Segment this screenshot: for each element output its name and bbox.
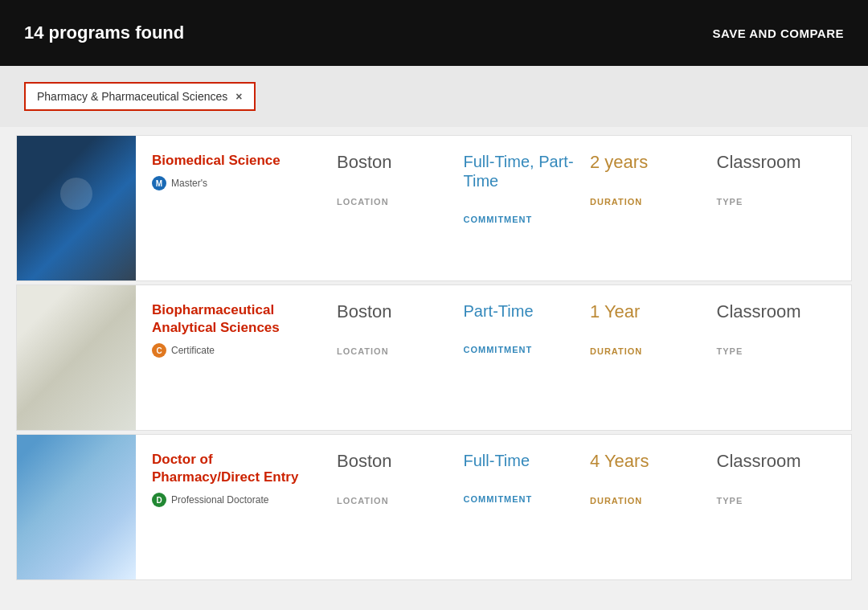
filter-close-button[interactable]: ×: [235, 90, 242, 103]
degree-label: Certificate: [171, 345, 215, 356]
type-value: Classroom: [717, 301, 801, 322]
location-label: LOCATION: [337, 197, 389, 207]
stat-commitment: Part-Time COMMITMENT: [456, 301, 583, 354]
program-title[interactable]: Doctor of Pharmacy/Direct Entry: [152, 451, 313, 486]
type-label: TYPE: [717, 496, 743, 506]
program-title-section: Biopharmaceutical Analytical Sciences C …: [152, 301, 329, 358]
program-content: Doctor of Pharmacy/Direct Entry D Profes…: [136, 435, 851, 579]
stat-type: Classroom TYPE: [709, 152, 836, 207]
commitment-value: Part-Time: [464, 301, 534, 321]
commitment-label: COMMITMENT: [464, 345, 533, 354]
filter-bar: Pharmacy & Pharmaceutical Sciences ×: [0, 66, 868, 127]
program-content: Biomedical Science M Master's Boston LOC…: [136, 136, 851, 280]
type-value: Classroom: [717, 451, 801, 472]
type-label: TYPE: [717, 197, 743, 207]
filter-tag[interactable]: Pharmacy & Pharmaceutical Sciences ×: [24, 82, 256, 111]
program-image: [17, 285, 136, 430]
commitment-label: COMMITMENT: [464, 494, 533, 504]
degree-badge: D Professional Doctorate: [152, 493, 313, 507]
location-value: Boston: [337, 451, 392, 472]
stat-duration: 1 Year DURATION: [582, 301, 709, 356]
duration-value: 2 years: [590, 152, 648, 173]
stat-duration: 4 Years DURATION: [582, 451, 709, 506]
duration-label: DURATION: [590, 346, 642, 356]
commitment-label: COMMITMENT: [464, 215, 533, 224]
type-label: TYPE: [717, 346, 743, 356]
degree-label: Master's: [171, 178, 207, 189]
commitment-value: Full-Time: [464, 451, 530, 470]
duration-value: 1 Year: [590, 301, 640, 322]
program-info-row: Biomedical Science M Master's Boston LOC…: [152, 152, 835, 272]
program-image: [17, 435, 136, 579]
commitment-value: Full-Time, Part-Time: [464, 152, 575, 190]
location-value: Boston: [337, 152, 392, 173]
program-card: Doctor of Pharmacy/Direct Entry D Profes…: [16, 434, 852, 580]
location-value: Boston: [337, 301, 392, 322]
program-card: Biomedical Science M Master's Boston LOC…: [16, 135, 852, 281]
program-title-section: Doctor of Pharmacy/Direct Entry D Profes…: [152, 451, 329, 507]
program-title[interactable]: Biopharmaceutical Analytical Sciences: [152, 301, 313, 337]
save-and-compare-button[interactable]: SAVE AND COMPARE: [712, 27, 844, 40]
degree-badge: C Certificate: [152, 343, 313, 358]
program-image: [17, 136, 136, 280]
duration-label: DURATION: [590, 197, 642, 207]
program-list: Biomedical Science M Master's Boston LOC…: [0, 127, 868, 600]
location-label: LOCATION: [337, 346, 389, 356]
location-label: LOCATION: [337, 496, 389, 506]
type-value: Classroom: [717, 152, 801, 173]
stat-commitment: Full-Time, Part-Time COMMITMENT: [456, 152, 583, 224]
stat-location: Boston LOCATION: [329, 152, 456, 207]
program-stats: Boston LOCATION Part-Time COMMITMENT 1 Y…: [329, 301, 835, 356]
program-card: Biopharmaceutical Analytical Sciences C …: [16, 285, 852, 431]
stat-duration: 2 years DURATION: [582, 152, 709, 207]
degree-circle: D: [152, 493, 166, 507]
stat-type: Classroom TYPE: [709, 451, 836, 506]
results-count: 14 programs found: [24, 23, 184, 43]
degree-circle: C: [152, 343, 166, 358]
program-title[interactable]: Biomedical Science: [152, 152, 313, 170]
stat-commitment: Full-Time COMMITMENT: [456, 451, 583, 504]
program-info-row: Doctor of Pharmacy/Direct Entry D Profes…: [152, 451, 835, 571]
stat-location: Boston LOCATION: [329, 451, 456, 506]
page-header: 14 programs found SAVE AND COMPARE: [0, 0, 868, 66]
program-stats: Boston LOCATION Full-Time, Part-Time COM…: [329, 152, 835, 224]
program-info-row: Biopharmaceutical Analytical Sciences C …: [152, 301, 835, 422]
program-content: Biopharmaceutical Analytical Sciences C …: [136, 285, 851, 430]
program-stats: Boston LOCATION Full-Time COMMITMENT 4 Y…: [329, 451, 835, 506]
program-title-section: Biomedical Science M Master's: [152, 152, 329, 190]
duration-label: DURATION: [590, 496, 642, 506]
stat-type: Classroom TYPE: [709, 301, 836, 356]
degree-badge: M Master's: [152, 176, 313, 190]
filter-tag-label: Pharmacy & Pharmaceutical Sciences: [37, 90, 227, 103]
duration-value: 4 Years: [590, 451, 649, 472]
degree-circle: M: [152, 176, 166, 190]
stat-location: Boston LOCATION: [329, 301, 456, 356]
degree-label: Professional Doctorate: [171, 494, 268, 506]
